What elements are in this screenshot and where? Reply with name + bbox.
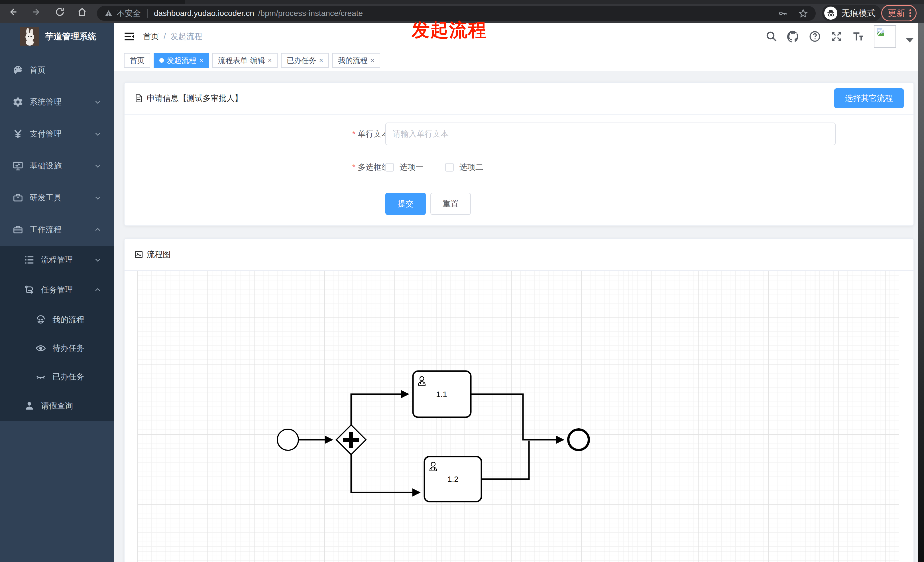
sidebar-item-my-process[interactable]: 我的流程 xyxy=(0,306,114,334)
browser-menu-dots-icon[interactable] xyxy=(909,9,912,17)
tab-label: 已办任务 xyxy=(287,55,316,66)
close-tab-icon[interactable]: × xyxy=(199,57,203,64)
chevron-down-icon xyxy=(94,194,102,201)
option1-checkbox[interactable] xyxy=(386,163,394,172)
tab-my-process[interactable]: 我的流程× xyxy=(332,53,380,68)
task-label: 1.2 xyxy=(447,475,459,484)
browser-tab[interactable] xyxy=(0,0,185,4)
incognito-label: 无痕模式 xyxy=(842,7,876,19)
breadcrumb-separator: / xyxy=(164,32,166,41)
user-icon xyxy=(24,400,35,411)
chevron-down-icon xyxy=(94,130,102,138)
sidebar-item-todo-tasks[interactable]: 待办任务 xyxy=(0,334,114,363)
avatar[interactable] xyxy=(874,25,896,48)
text-field-label: *单行文本 xyxy=(301,123,390,145)
bpmn-diagram: 1.1 1.2 xyxy=(137,271,899,562)
bpmn-canvas[interactable]: 1.1 1.2 xyxy=(137,271,899,562)
tab-start-process[interactable]: 发起流程× xyxy=(154,53,209,68)
incognito-badge: 无痕模式 xyxy=(822,5,881,21)
single-line-text-input[interactable] xyxy=(386,123,836,145)
sidebar-item-label: 系统管理 xyxy=(30,97,62,108)
chevron-up-icon xyxy=(94,226,102,234)
process-diagram-header: 流程图 xyxy=(124,239,914,271)
url-path: /bpm/process-instance/create xyxy=(258,9,363,18)
forward-icon xyxy=(32,7,42,17)
tab-label: 流程表单-编辑 xyxy=(218,55,265,66)
breadcrumb-home[interactable]: 首页 xyxy=(143,31,159,42)
forward-button[interactable] xyxy=(32,6,43,18)
choose-other-process-button[interactable]: 选择其它流程 xyxy=(834,88,904,108)
flow-task1-to-end xyxy=(471,394,564,440)
option1-label[interactable]: 选项一 xyxy=(400,162,423,173)
sidebar-toggle-button[interactable] xyxy=(124,31,135,42)
sidebar-item-task-mgmt[interactable]: 任务管理 xyxy=(0,274,114,306)
hamburger-fold-icon xyxy=(124,31,135,42)
close-tab-icon[interactable]: × xyxy=(268,57,272,64)
flow-gateway-to-task1 xyxy=(351,394,408,425)
reload-button[interactable] xyxy=(54,6,66,18)
address-divider xyxy=(147,9,148,18)
required-mark: * xyxy=(352,163,356,172)
sidebar-item-leave-query[interactable]: 请假查询 xyxy=(0,391,114,421)
close-tab-icon[interactable]: × xyxy=(370,57,375,64)
back-button[interactable] xyxy=(7,6,18,18)
flow-task2-to-end xyxy=(482,441,529,479)
window-scrollbar[interactable] xyxy=(918,23,924,562)
help-icon xyxy=(809,30,821,42)
sidebar-item-label: 首页 xyxy=(30,65,46,75)
sidebar-item-workflow[interactable]: 工作流程 xyxy=(0,214,114,246)
update-browser-button[interactable]: 更新 xyxy=(881,5,916,21)
password-key-icon[interactable] xyxy=(778,9,788,18)
chevron-up-icon xyxy=(94,286,102,294)
avatar-caret-icon[interactable] xyxy=(906,38,914,42)
sidebar-logo-row[interactable]: 芋道管理系统 xyxy=(0,23,114,54)
github-button[interactable] xyxy=(787,30,799,42)
sidebar-item-process-mgmt[interactable]: 流程管理 xyxy=(0,246,114,274)
browser-tabstrip xyxy=(0,0,924,4)
tab-form-edit[interactable]: 流程表单-编辑× xyxy=(212,53,278,68)
sidebar-item-label: 任务管理 xyxy=(41,285,73,295)
sidebar-item-devtools[interactable]: 研发工具 xyxy=(0,182,114,214)
submit-button[interactable]: 提交 xyxy=(386,193,426,215)
fullscreen-button[interactable] xyxy=(831,30,843,42)
toolbox-icon xyxy=(12,192,23,203)
workflow-submenu: 流程管理 任务管理 我的流程 待办任务 xyxy=(0,246,114,421)
sidebar-item-done-tasks[interactable]: 已办任务 xyxy=(0,363,114,391)
sidebar-item-home[interactable]: 首页 xyxy=(0,54,114,86)
reset-button[interactable]: 重置 xyxy=(430,193,471,215)
sidebar-item-label: 我的流程 xyxy=(52,314,84,325)
url-host: dashboard.yudao.iocoder.cn xyxy=(154,9,254,18)
user-task-1-2-node[interactable]: 1.2 xyxy=(424,457,482,502)
end-event-node[interactable] xyxy=(568,430,589,450)
chevron-down-icon xyxy=(94,98,102,106)
option2-checkbox[interactable] xyxy=(445,163,454,172)
sidebar-item-label: 已办任务 xyxy=(52,371,84,382)
checkbox-group: 选项一 选项二 xyxy=(386,156,500,179)
sidebar-item-payment[interactable]: 支付管理 xyxy=(0,118,114,150)
font-size-button[interactable] xyxy=(852,30,864,42)
dashboard-icon xyxy=(12,65,23,75)
close-tab-icon[interactable]: × xyxy=(319,57,323,64)
bookmark-star-icon[interactable] xyxy=(798,8,808,18)
start-event-node[interactable] xyxy=(278,429,298,450)
back-icon xyxy=(8,7,18,17)
navbar-actions xyxy=(765,23,914,50)
help-button[interactable] xyxy=(809,30,821,42)
fullscreen-icon xyxy=(831,30,843,42)
sidebar-item-system[interactable]: 系统管理 xyxy=(0,86,114,118)
monitor-icon xyxy=(12,160,23,171)
option2-label[interactable]: 选项二 xyxy=(459,162,483,173)
search-button[interactable] xyxy=(765,30,777,42)
tab-done-tasks[interactable]: 已办任务× xyxy=(281,53,329,68)
picture-icon xyxy=(134,250,143,259)
sidebar-item-label: 请假查询 xyxy=(41,400,73,411)
sidebar-item-label: 流程管理 xyxy=(41,255,73,265)
tab-home[interactable]: 首页 xyxy=(124,53,150,68)
home-button[interactable] xyxy=(76,6,88,18)
user-task-1-1-node[interactable]: 1.1 xyxy=(413,371,471,417)
home-icon xyxy=(77,7,87,17)
sidebar-item-infrastructure[interactable]: 基础设施 xyxy=(0,150,114,182)
breadcrumb: 首页 / 发起流程 xyxy=(143,23,202,50)
parallel-gateway-node[interactable] xyxy=(336,425,366,454)
github-icon xyxy=(787,30,799,42)
